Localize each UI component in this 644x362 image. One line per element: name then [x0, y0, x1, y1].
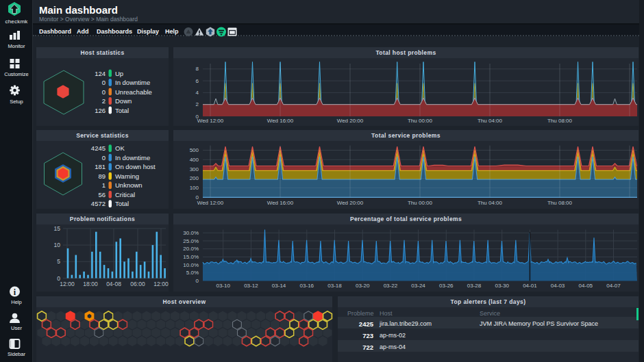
svg-text:03-16: 03-16: [300, 283, 314, 289]
svg-text:Wed 20:00: Wed 20:00: [337, 200, 364, 206]
svg-text:10: 10: [54, 242, 61, 248]
svg-text:Wed 16:00: Wed 16:00: [267, 200, 294, 206]
svg-text:1: 1: [102, 181, 106, 189]
svg-text:03-12: 03-12: [244, 283, 258, 289]
svg-text:Up: Up: [115, 70, 123, 77]
svg-text:18:00: 18:00: [83, 281, 98, 287]
svg-text:06:00: 06:00: [130, 281, 145, 287]
svg-text:4245: 4245: [91, 144, 106, 152]
svg-text:12:00: 12:00: [60, 281, 75, 287]
svg-text:Wed 12:00: Wed 12:00: [197, 200, 224, 206]
svg-text:03-18: 03-18: [327, 283, 342, 289]
svg-text:300: 300: [190, 166, 199, 172]
svg-text:04-03: 04-03: [551, 283, 565, 289]
svg-text:12:00: 12:00: [153, 281, 169, 287]
svg-text:10.0%: 10.0%: [183, 262, 199, 268]
svg-text:Total: Total: [115, 107, 129, 114]
svg-text:Thu 04:00: Thu 04:00: [478, 118, 503, 124]
svg-text:25.0%: 25.0%: [183, 238, 199, 244]
svg-text:0: 0: [196, 278, 199, 284]
svg-text:Down: Down: [115, 97, 132, 105]
svg-text:03-24: 03-24: [411, 283, 425, 289]
svg-text:OK: OK: [115, 144, 125, 152]
svg-text:20.0%: 20.0%: [183, 246, 199, 252]
svg-text:181: 181: [95, 163, 106, 170]
svg-text:In downtime: In downtime: [115, 79, 150, 86]
svg-text:03-10: 03-10: [216, 283, 230, 289]
svg-text:03-22: 03-22: [384, 283, 398, 289]
svg-text:04-07: 04-07: [606, 283, 621, 289]
svg-text:03-26: 03-26: [439, 283, 454, 289]
svg-text:8: 8: [196, 66, 199, 72]
svg-text:0: 0: [102, 79, 106, 86]
svg-text:03-20: 03-20: [356, 283, 370, 289]
svg-text:15: 15: [54, 225, 61, 232]
svg-text:Thu 08:00: Thu 08:00: [547, 118, 573, 124]
svg-text:Wed 16:00: Wed 16:00: [267, 118, 294, 124]
svg-text:Warning: Warning: [115, 172, 139, 180]
svg-text:15.0%: 15.0%: [183, 254, 199, 260]
svg-text:5.0%: 5.0%: [186, 270, 199, 276]
svg-text:04-01: 04-01: [523, 283, 537, 289]
svg-text:03-28: 03-28: [467, 283, 482, 289]
svg-text:Thu 00:00: Thu 00:00: [408, 118, 433, 124]
svg-text:Critical: Critical: [115, 191, 135, 198]
svg-text:89: 89: [98, 172, 106, 180]
svg-text:200: 200: [190, 175, 199, 181]
svg-text:Thu 08:00: Thu 08:00: [547, 200, 573, 206]
svg-text:0: 0: [102, 154, 106, 161]
svg-text:126: 126: [95, 107, 106, 114]
svg-text:Thu 00:00: Thu 00:00: [408, 200, 433, 206]
svg-text:03-30: 03-30: [495, 283, 509, 289]
svg-text:6: 6: [196, 78, 199, 84]
svg-text:Unknown: Unknown: [115, 181, 143, 189]
svg-text:2: 2: [102, 97, 106, 105]
svg-text:04-05: 04-05: [579, 283, 593, 289]
svg-text:100: 100: [190, 185, 199, 191]
svg-text:Unreachable: Unreachable: [115, 88, 152, 96]
svg-text:2: 2: [196, 101, 199, 107]
svg-text:500: 500: [190, 147, 199, 153]
svg-text:Wed 20:00: Wed 20:00: [337, 118, 364, 124]
svg-text:4: 4: [196, 90, 199, 96]
svg-text:400: 400: [190, 157, 199, 163]
svg-text:30.0%: 30.0%: [183, 230, 199, 236]
svg-text:124: 124: [95, 70, 106, 77]
svg-text:Thu 04:00: Thu 04:00: [478, 200, 503, 206]
svg-text:04-08: 04-08: [106, 281, 121, 287]
svg-text:In downtime: In downtime: [115, 154, 150, 161]
svg-text:56: 56: [98, 191, 106, 198]
svg-text:4572: 4572: [91, 200, 106, 207]
svg-text:5: 5: [57, 258, 60, 265]
svg-text:Wed 12:00: Wed 12:00: [197, 118, 224, 124]
svg-text:Total: Total: [115, 200, 129, 207]
svg-text:03-14: 03-14: [272, 283, 286, 289]
svg-text:0: 0: [102, 88, 106, 96]
svg-text:On down host: On down host: [115, 163, 156, 170]
